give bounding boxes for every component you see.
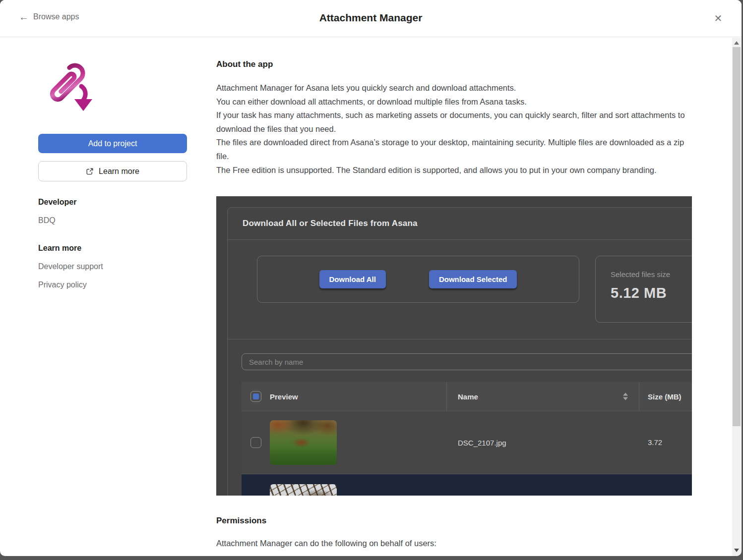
column-header-name: Name xyxy=(458,392,478,401)
learn-more-heading: Learn more xyxy=(38,244,81,253)
download-all-button: Download All xyxy=(319,270,386,288)
table-header-row: Preview Name Size (MB) xyxy=(242,382,692,411)
screenshot-divider xyxy=(228,339,692,339)
file-size: 3.72 xyxy=(648,438,662,447)
row-checkbox xyxy=(250,437,261,448)
about-heading: About the app xyxy=(216,59,273,69)
screenshot-download-buttons-box: Download All Download Selected xyxy=(257,256,579,303)
about-paragraph: The Free edition is unsupported. The Sta… xyxy=(216,164,686,177)
developer-support-link[interactable]: Developer support xyxy=(38,262,103,271)
close-icon[interactable]: ✕ xyxy=(712,12,725,25)
screenshot-attachments-table: Preview Name Size (MB) xyxy=(242,382,692,496)
selected-size-value: 5.12 MB xyxy=(611,285,692,301)
learn-more-button[interactable]: Learn more xyxy=(38,161,187,181)
screenshot-search-input xyxy=(242,353,692,370)
about-text: Attachment Manager for Asana lets you qu… xyxy=(216,81,686,177)
table-row-selected xyxy=(242,474,692,496)
about-paragraph: The files are downloaded direct from Asa… xyxy=(216,136,686,163)
privacy-policy-link[interactable]: Privacy policy xyxy=(38,280,87,289)
permissions-heading: Permissions xyxy=(216,516,266,526)
checkbox-indeterminate-mark xyxy=(253,393,259,399)
app-screenshot-image: Download All or Selected Files from Asan… xyxy=(216,196,692,496)
screenshot-card: Download All or Selected Files from Asan… xyxy=(227,207,692,496)
selected-files-size-box: Selected files size 5.12 MB xyxy=(595,256,692,323)
selected-size-label: Selected files size xyxy=(611,270,692,279)
deer-photo-thumbnail xyxy=(270,420,337,465)
permissions-intro: Attachment Manager can do the following … xyxy=(216,539,436,548)
app-details-dialog: ← Browse apps Attachment Manager ✕ Add t… xyxy=(0,0,742,556)
dialog-header: ← Browse apps Attachment Manager ✕ xyxy=(0,0,742,37)
vertical-scrollbar[interactable] xyxy=(732,38,741,556)
file-name: DSC_2107.jpg xyxy=(458,439,506,447)
screenshot-panel-title: Download All or Selected Files from Asan… xyxy=(228,208,692,240)
add-to-project-button[interactable]: Add to project xyxy=(38,134,187,153)
about-paragraph: If your task has many attachments, such … xyxy=(216,109,686,136)
learn-more-label: Learn more xyxy=(99,167,139,176)
download-selected-button: Download Selected xyxy=(429,270,517,288)
table-row: DSC_2107.jpg 3.72 xyxy=(242,411,692,474)
scrollbar-thumb[interactable] xyxy=(733,47,741,426)
about-paragraph: You can either download all attachments,… xyxy=(216,95,686,109)
page-title: Attachment Manager xyxy=(0,12,742,24)
select-all-checkbox xyxy=(250,391,261,402)
developer-name: BDQ xyxy=(38,216,56,225)
sort-icon xyxy=(623,393,628,400)
column-header-size: Size (MB) xyxy=(648,392,681,401)
column-header-preview: Preview xyxy=(270,392,298,401)
scroll-up-arrow-icon[interactable] xyxy=(732,39,741,47)
about-paragraph: Attachment Manager for Asana lets you qu… xyxy=(216,81,686,95)
external-link-icon xyxy=(86,168,94,175)
scroll-down-arrow-icon[interactable] xyxy=(732,546,741,554)
bare-branches-photo-thumbnail xyxy=(270,484,337,496)
paperclip-app-icon xyxy=(40,56,99,120)
developer-heading: Developer xyxy=(38,198,76,207)
